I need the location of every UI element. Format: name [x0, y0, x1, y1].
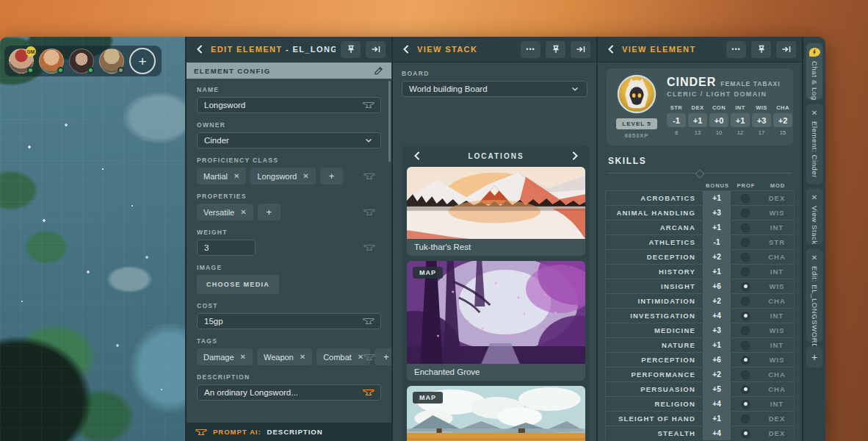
chip-remove-icon[interactable]: ✕: [240, 353, 246, 361]
chip-remove-icon[interactable]: ✕: [240, 208, 246, 216]
ai-forge-icon[interactable]: [364, 171, 375, 182]
back-button[interactable]: [605, 43, 617, 55]
chip-remove-icon[interactable]: ✕: [234, 172, 239, 180]
more-button[interactable]: •••: [521, 41, 540, 58]
proficiency-dot: [741, 253, 750, 262]
close-tab-icon[interactable]: ✕: [811, 254, 817, 262]
skill-row[interactable]: PERFORMANCE +2 CHA: [606, 367, 794, 381]
board-select[interactable]: World building Board: [402, 81, 587, 97]
skill-row[interactable]: HISTORY +1 INT: [606, 264, 794, 279]
tab-view-stack[interactable]: ✕ View Stack: [806, 188, 823, 245]
skill-row[interactable]: DECEPTION +2 CHA: [606, 249, 794, 264]
pin-button[interactable]: [546, 41, 565, 58]
ability-modifier[interactable]: +2: [773, 113, 792, 127]
skill-row[interactable]: INTIMIDATION +2 CHA: [606, 293, 794, 308]
location-card[interactable]: MAP: [407, 386, 585, 441]
name-input[interactable]: Longsword: [197, 97, 381, 113]
add-chip-button[interactable]: +: [258, 204, 281, 220]
cost-input[interactable]: 15gp: [197, 313, 381, 329]
skill-row[interactable]: INSIGHT +6 WIS: [606, 279, 794, 293]
chat-bubble-icon: [809, 48, 820, 57]
chip-remove-icon[interactable]: ✕: [358, 353, 364, 361]
carousel-prev-button[interactable]: [411, 150, 423, 162]
owner-select[interactable]: Cinder: [197, 132, 381, 148]
skill-bonus: +1: [703, 338, 731, 352]
proficiency-chip-row: Martial ✕ Longsword ✕ +: [197, 168, 381, 184]
skill-bonus: +1: [703, 265, 731, 279]
prompt-ai-footer[interactable]: PROMPT AI: DESCRIPTION: [187, 423, 391, 441]
character-avatar[interactable]: [617, 74, 657, 114]
tab-label: Chat & Log: [811, 61, 819, 101]
panel-title-accent: EDIT ELEMENT: [211, 45, 282, 54]
weight-input[interactable]: 3: [197, 240, 256, 256]
skill-row[interactable]: INVESTIGATION +4 INT: [606, 308, 794, 323]
back-button[interactable]: [400, 43, 412, 55]
location-card[interactable]: Tuk-thar's Rest: [407, 167, 585, 256]
ai-forge-icon[interactable]: [363, 100, 375, 110]
player-avatar[interactable]: [99, 49, 124, 74]
player-avatar[interactable]: [69, 49, 94, 74]
panel-title: VIEW STACK: [417, 45, 516, 54]
skill-row[interactable]: RELIGION +4 INT: [606, 396, 794, 411]
collapse-right-button[interactable]: [776, 41, 796, 58]
chip-remove-icon[interactable]: ✕: [300, 353, 305, 361]
tab-chat-and-log[interactable]: Chat & Log: [806, 43, 823, 100]
ability-abbr: CON: [712, 104, 726, 111]
choose-media-button[interactable]: CHOOSE MEDIA: [197, 275, 279, 294]
ability-modifier[interactable]: +1: [688, 113, 707, 127]
ability-modifier[interactable]: +1: [731, 113, 750, 127]
proficiency-dot: [741, 297, 750, 306]
ability-modifier[interactable]: +3: [752, 113, 771, 127]
close-tab-icon[interactable]: ✕: [811, 193, 817, 201]
collapse-right-button[interactable]: [366, 41, 386, 58]
ai-forge-icon[interactable]: [364, 352, 375, 362]
skill-ability: INT: [760, 312, 794, 320]
add-player-button[interactable]: +: [129, 48, 156, 74]
world-map[interactable]: GM +: [0, 37, 185, 441]
ai-forge-icon[interactable]: [364, 243, 375, 253]
side-tab-bar: Chat & Log ✕ Element: Cinder ✕ View Stac…: [802, 37, 825, 441]
player-avatar-gm[interactable]: GM: [9, 49, 34, 74]
player-avatar[interactable]: [39, 49, 64, 74]
more-button[interactable]: •••: [726, 41, 746, 58]
carousel-next-button[interactable]: [569, 150, 581, 162]
more-icon: •••: [731, 46, 740, 53]
skill-row[interactable]: ATHLETICS -1 STR: [606, 234, 794, 249]
edit-pencil-icon[interactable]: [373, 65, 384, 76]
ability-modifier[interactable]: -1: [667, 113, 686, 127]
ai-forge-icon[interactable]: [363, 316, 375, 326]
skill-bonus: +6: [703, 353, 731, 367]
close-tab-icon[interactable]: ✕: [811, 109, 817, 117]
skill-bonus: +2: [703, 294, 731, 308]
skill-row[interactable]: ACROBATICS +1 DEX: [606, 190, 794, 205]
chip-label: Martial: [203, 172, 228, 181]
back-button[interactable]: [194, 43, 206, 55]
locations-carousel: LOCATIONS: [402, 145, 590, 441]
skill-row[interactable]: NATURE +1 INT: [606, 337, 794, 352]
ai-forge-icon[interactable]: [364, 207, 375, 218]
pin-button[interactable]: [751, 41, 771, 58]
skill-row[interactable]: PERSUASION +5 CHA: [606, 381, 794, 396]
ability-modifier[interactable]: +0: [709, 113, 728, 127]
add-chip-button[interactable]: +: [320, 168, 344, 184]
character-info: CINDER FEMALE TABAXI CLERIC / LIGHT DOMA…: [667, 74, 786, 139]
skill-bonus: +1: [703, 191, 731, 205]
skill-row[interactable]: ARCANA +1 INT: [606, 220, 794, 234]
chip-remove-icon[interactable]: ✕: [303, 172, 308, 180]
proficiency-dot: [741, 312, 750, 320]
description-input[interactable]: An ordinary Longsword...: [197, 384, 381, 401]
location-card[interactable]: MAP Enchanted Grove: [407, 261, 585, 381]
new-tab-button[interactable]: +: [806, 346, 823, 368]
skill-row[interactable]: MEDICINE +3 WIS: [606, 323, 794, 337]
skill-row[interactable]: SLEIGHT OF HAND +1 DEX: [606, 411, 794, 426]
tab-edit-longsword[interactable]: ✕ Edit: EL_LONGSWORD: [806, 248, 823, 343]
tab-element-cinder[interactable]: ✕ Element: Cinder: [806, 104, 823, 184]
skill-row[interactable]: ANIMAL HANDLING +3 WIS: [606, 205, 794, 220]
ai-forge-icon-active[interactable]: [363, 387, 375, 398]
chip: Damage ✕: [197, 348, 253, 365]
pin-button[interactable]: [341, 41, 361, 58]
collapse-right-button[interactable]: [571, 41, 590, 58]
proficiency-dot: [741, 385, 750, 394]
skill-row[interactable]: STEALTH +4 DEX: [606, 426, 794, 440]
skill-row[interactable]: PERCEPTION +6 WIS: [606, 352, 794, 367]
